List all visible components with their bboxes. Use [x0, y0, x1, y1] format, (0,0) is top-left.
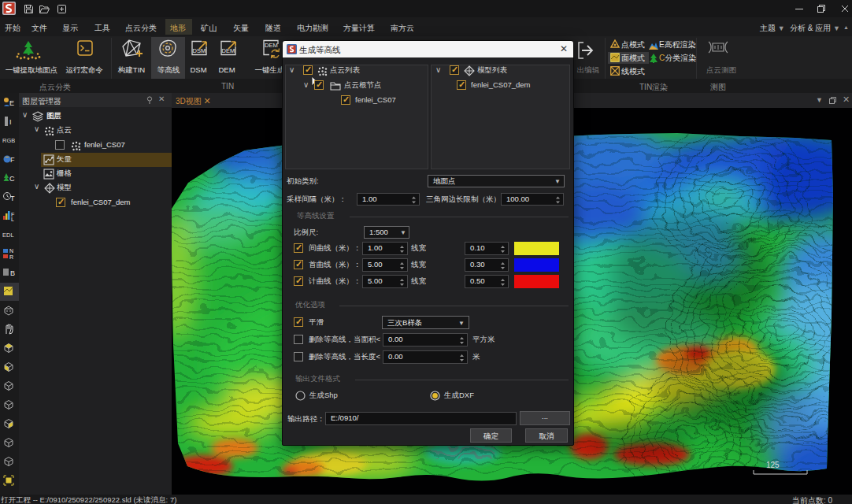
svg-text:R: R	[9, 254, 13, 260]
svg-text:DEM: DEM	[265, 42, 278, 49]
svg-text:EDL: EDL	[2, 232, 14, 239]
svg-text:C: C	[9, 175, 15, 183]
svg-text:N: N	[9, 248, 13, 254]
svg-text:DSM: DSM	[193, 47, 206, 54]
svg-text:E: E	[9, 99, 14, 107]
svg-text:F: F	[10, 156, 15, 164]
svg-text:T: T	[10, 195, 15, 202]
svg-text:DEM: DEM	[222, 47, 235, 54]
svg-text:RGB: RGB	[2, 137, 15, 144]
svg-text:B: B	[10, 269, 15, 277]
svg-text:L: L	[11, 217, 14, 222]
svg-text:I: I	[9, 118, 12, 126]
